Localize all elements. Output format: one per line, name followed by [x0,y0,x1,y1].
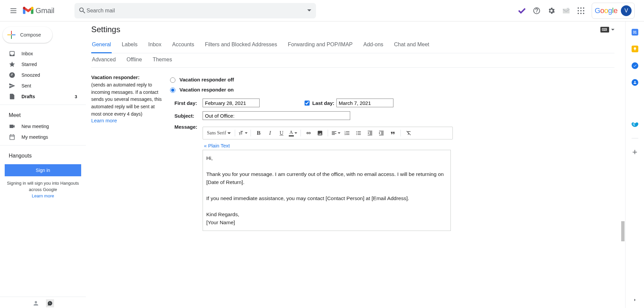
meet-nav: New meeting My meetings [0,121,86,142]
first-day-label: First day: [174,100,203,106]
responder-off-radio[interactable] [170,77,175,83]
settings-tabs-row2: AdvancedOfflineThemes [91,53,614,68]
google-apps-icon[interactable] [577,7,585,15]
setting-row-label-col: Vacation responder: (sends an automated … [91,74,165,231]
align-button[interactable] [331,128,341,138]
search-icon [79,7,86,14]
tab-advanced[interactable]: Advanced [91,53,116,67]
underline-button[interactable]: U [276,128,286,138]
chevron-down-icon [227,132,231,136]
tab-offline[interactable]: Offline [126,53,143,67]
quote-button[interactable] [388,128,398,138]
chevron-down-icon [294,132,297,135]
responder-off-option[interactable]: Vacation responder off [168,74,614,84]
support-icon[interactable] [533,7,541,15]
settings-gear-icon[interactable] [547,7,555,15]
last-day-input[interactable] [336,99,393,107]
learn-more-link[interactable]: Learn more [91,118,117,123]
hangouts-chat-icon[interactable] [46,299,54,307]
main-menu-button[interactable] [5,3,21,19]
subject-label: Subject: [174,113,203,119]
tab-labels[interactable]: Labels [121,38,138,53]
offline-icon[interactable] [562,7,570,15]
insert-image-button[interactable] [315,128,325,138]
text-color-button[interactable]: A [288,128,298,138]
search-bar[interactable] [74,3,316,18]
meet-header: Meet [0,108,86,121]
collapse-sidepanel-button[interactable] [631,296,639,304]
chevron-down-icon [338,132,340,135]
bold-button[interactable]: B [254,128,264,138]
last-day-label: Last day: [312,100,334,106]
indent-more-button[interactable] [376,128,386,138]
nav-snoozed[interactable]: Snoozed [0,70,86,80]
search-input[interactable] [86,7,307,14]
italic-button[interactable]: I [265,128,275,138]
tab-filters-and-blocked-addresses[interactable]: Filters and Blocked Addresses [204,38,278,53]
divider [632,138,638,138]
main-content: Settings ⌨ GeneralLabelsInboxAccountsFil… [86,21,625,308]
responder-on-radio[interactable] [170,87,175,93]
settings-tabs: GeneralLabelsInboxAccountsFilters and Bl… [91,38,614,53]
right-sidepanel: 31 + [625,21,644,308]
get-addons-button[interactable]: + [632,148,638,155]
insert-link-button[interactable] [304,128,314,138]
font-size-button[interactable] [238,128,248,138]
divider [0,105,86,105]
account-avatar[interactable]: V [621,5,632,16]
header-actions: Google V [518,3,635,19]
tasks-addon-icon[interactable] [632,62,638,69]
message-label: Message: [174,124,203,130]
tab-chat-and-meet[interactable]: Chat and Meet [393,38,430,53]
google-account-switcher[interactable]: Google V [592,3,635,19]
divider [0,145,86,145]
message-editor[interactable]: Hi, Thank you for your message. I am cur… [203,150,451,231]
compose-plus-icon [7,31,15,39]
subject-input[interactable] [203,111,350,120]
google-logo: Google [595,6,618,15]
vacation-responder-desc: (sends an automated reply to incoming me… [91,81,165,118]
nav-my-meetings[interactable]: My meetings [0,132,86,142]
tab-forwarding-and-pop-imap[interactable]: Forwarding and POP/IMAP [287,38,353,53]
last-day-checkbox[interactable] [305,101,310,106]
indent-less-button[interactable] [365,128,375,138]
responder-on-option[interactable]: Vacation responder on [168,84,614,95]
nav-new-meeting[interactable]: New meeting [0,121,86,132]
remove-formatting-button[interactable] [404,128,414,138]
input-tools-button[interactable]: ⌨ [600,27,614,33]
keyboard-icon: ⌨ [600,27,609,33]
plain-text-link[interactable]: « Plain Text [204,143,230,148]
calendar-addon-icon[interactable]: 31 [632,29,638,36]
keep-addon-icon[interactable] [632,46,638,52]
drafts-count: 3 [75,94,77,99]
contacts-addon-icon[interactable] [632,79,638,86]
bulleted-list-button[interactable] [354,128,364,138]
nav-inbox[interactable]: Inbox [0,48,86,59]
nav-starred[interactable]: Starred [0,59,86,70]
gmail-logo[interactable]: Gmail [23,6,54,15]
tasks-icon[interactable] [518,7,526,15]
tab-general[interactable]: General [91,38,112,53]
compose-button[interactable]: Compose [3,27,52,43]
chevron-down-icon [611,29,614,32]
hangouts-signin-button[interactable]: Sign in [5,164,81,176]
hangouts-contacts-icon[interactable] [32,299,40,307]
hangouts-header: Hangouts [0,148,86,162]
gmail-text: Gmail [36,6,54,15]
tab-inbox[interactable]: Inbox [148,38,162,53]
scrollbar-thumb[interactable] [621,221,625,241]
search-options-icon[interactable] [307,9,311,13]
tab-accounts[interactable]: Accounts [171,38,195,53]
hangouts-learn-more-link[interactable]: Learn more [7,193,79,199]
nav-sent[interactable]: Sent [0,80,86,91]
vacation-responder-label: Vacation responder: [91,74,165,80]
nav-drafts[interactable]: Drafts3 [0,91,86,102]
trello-addon-icon[interactable] [632,121,638,128]
font-family-select[interactable]: Sans Serif [206,128,232,138]
chevron-down-icon [245,132,248,135]
first-day-input[interactable] [203,99,260,107]
numbered-list-button[interactable] [342,128,352,138]
tab-add-ons[interactable]: Add-ons [363,38,384,53]
tab-themes[interactable]: Themes [152,53,173,67]
left-sidebar: Compose Inbox Starred Snoozed Sent Draft… [0,21,86,308]
